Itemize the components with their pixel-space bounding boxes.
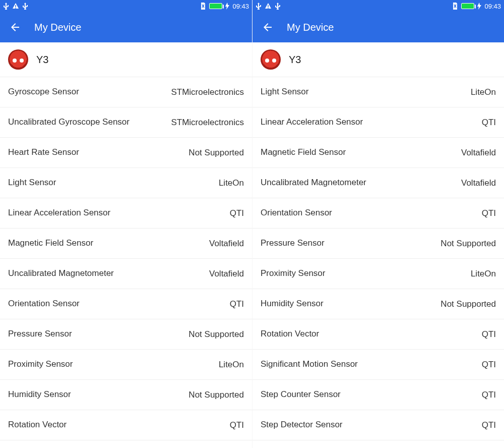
battery-icon (209, 3, 222, 9)
sensor-value: LiteOn (471, 269, 496, 279)
sensor-label: Light Sensor (8, 177, 56, 189)
list-item[interactable]: Heart Rate SensorNot Supported (0, 138, 252, 168)
list-item[interactable]: Light SensorLiteOn (0, 168, 252, 198)
sensor-value: Voltafield (209, 269, 244, 279)
sensor-value: QTI (482, 390, 496, 400)
list-item[interactable]: Proximity SensorLiteOn (0, 350, 252, 380)
sensor-value: Not Supported (188, 390, 244, 400)
usb-icon (3, 3, 9, 10)
list-item[interactable]: Proximity SensorLiteOn (253, 259, 504, 289)
sensor-list[interactable]: Gyroscope SensorSTMicroelectronicsUncali… (0, 77, 252, 448)
sensor-label: Linear Acceleration Sensor (261, 117, 363, 128)
sensor-label: Pressure Sensor (261, 238, 325, 249)
sensor-label: Uncalibrated Magnetometer (8, 268, 114, 279)
sensor-label: Proximity Sensor (8, 359, 73, 370)
sensor-label: Significant Motion Sensor (261, 359, 358, 370)
svg-rect-0 (15, 5, 16, 7)
page-title: My Device (287, 22, 334, 33)
sensor-label: Rotation Vector (8, 419, 67, 431)
sensor-value: Voltafield (461, 178, 496, 188)
device-name: Y3 (289, 54, 301, 66)
list-item[interactable]: Uncalibrated MagnetometerVoltafield (253, 168, 504, 198)
list-item[interactable]: Step Detector SensorQTI (253, 410, 504, 440)
sensor-value: LiteOn (219, 360, 244, 370)
usb-icon (22, 3, 28, 10)
arrow-back-icon (262, 21, 274, 33)
sensor-value: QTI (230, 208, 244, 218)
status-bar: 09:43 (253, 0, 504, 12)
list-item[interactable]: Magnetic Field SensorVoltafield (253, 138, 504, 168)
device-header[interactable]: Y3 (0, 42, 252, 77)
list-item[interactable]: Rotation VectorQTI (253, 319, 504, 350)
no-sim-icon (452, 3, 458, 10)
sensor-label: Humidity Sensor (8, 389, 71, 401)
sensor-label: Gyroscope Sensor (8, 86, 79, 98)
list-item[interactable]: Pressure SensorNot Supported (253, 229, 504, 259)
list-item[interactable]: Magnetic Field SensorVoltafield (0, 229, 252, 259)
usb-icon (256, 3, 262, 10)
svg-rect-2 (268, 5, 269, 7)
no-sim-icon (200, 3, 206, 10)
list-item[interactable]: Step Counter SensorQTI (253, 380, 504, 410)
list-item[interactable]: Gyroscope SensorSTMicroelectronics (0, 77, 252, 107)
sensor-value: QTI (230, 420, 244, 430)
sensor-value: STMicroelectronics (171, 118, 244, 128)
sensor-value: Not Supported (188, 329, 244, 340)
sensor-value: Not Supported (188, 148, 244, 158)
list-item[interactable]: Linear Acceleration SensorQTI (253, 107, 504, 138)
status-time: 09:43 (232, 3, 249, 10)
sensor-value: QTI (482, 118, 496, 128)
sensor-value: QTI (482, 208, 496, 218)
device-header[interactable]: Y3 (253, 42, 504, 77)
sensor-label: Light Sensor (261, 86, 308, 98)
sensor-value: LiteOn (471, 87, 496, 97)
device-name: Y3 (36, 54, 48, 66)
sensor-label: Step Detector Sensor (261, 419, 343, 431)
sensor-label: Humidity Sensor (261, 298, 324, 310)
sensor-list[interactable]: Light SensorLiteOnLinear Acceleration Se… (253, 77, 504, 448)
charging-icon (477, 3, 481, 10)
warning-icon (265, 3, 272, 10)
list-item[interactable]: Orientation SensorQTI (0, 289, 252, 319)
page-title: My Device (34, 22, 81, 33)
list-item[interactable]: Orientation SensorQTI (253, 198, 504, 229)
sensor-value: Not Supported (440, 299, 496, 309)
sensor-value: QTI (482, 329, 496, 340)
sensor-value: LiteOn (219, 178, 244, 188)
status-time: 09:43 (484, 3, 501, 10)
sensor-label: Magnetic Field Sensor (8, 238, 93, 249)
sensor-value: QTI (482, 420, 496, 430)
app-bar: My Device (253, 12, 504, 42)
sensor-value: QTI (230, 299, 244, 309)
sensor-value: Voltafield (461, 148, 496, 158)
sensor-value: Not Supported (440, 239, 496, 249)
left-pane: 09:43 My Device Y3 Gyroscope SensorSTMic… (0, 0, 252, 448)
list-item[interactable]: Significant Motion SensorQTI (253, 350, 504, 380)
battery-icon (461, 3, 474, 9)
list-item[interactable]: Humidity SensorNot Supported (253, 289, 504, 319)
usb-icon (275, 3, 281, 10)
back-button[interactable] (261, 20, 275, 34)
list-item[interactable]: Uncalibrated MagnetometerVoltafield (0, 259, 252, 289)
sensor-value: Voltafield (209, 239, 244, 249)
sensor-label: Heart Rate Sensor (8, 147, 79, 158)
charging-icon (225, 3, 229, 10)
list-item[interactable]: Uncalibrated Gyroscope SensorSTMicroelec… (0, 107, 252, 138)
status-bar: 09:43 (0, 0, 252, 12)
list-item[interactable]: Rotation VectorQTI (0, 410, 252, 440)
list-item[interactable]: Humidity SensorNot Supported (0, 380, 252, 410)
sensor-label: Uncalibrated Gyroscope Sensor (8, 117, 130, 128)
sensor-label: Proximity Sensor (261, 268, 325, 279)
sensor-value: STMicroelectronics (171, 87, 244, 97)
right-pane: 09:43 My Device Y3 Light SensorLiteOnLin… (252, 0, 504, 448)
sensor-value: QTI (482, 360, 496, 370)
back-button[interactable] (8, 20, 22, 34)
arrow-back-icon (9, 21, 21, 33)
sensor-label: Orientation Sensor (8, 298, 80, 310)
list-item[interactable]: Pressure SensorNot Supported (0, 319, 252, 350)
list-item[interactable]: Linear Acceleration SensorQTI (0, 198, 252, 229)
list-item[interactable]: Light SensorLiteOn (253, 77, 504, 107)
app-bar: My Device (0, 12, 252, 42)
sensor-label: Orientation Sensor (261, 207, 332, 219)
sensor-label: Uncalibrated Magnetometer (261, 177, 366, 189)
